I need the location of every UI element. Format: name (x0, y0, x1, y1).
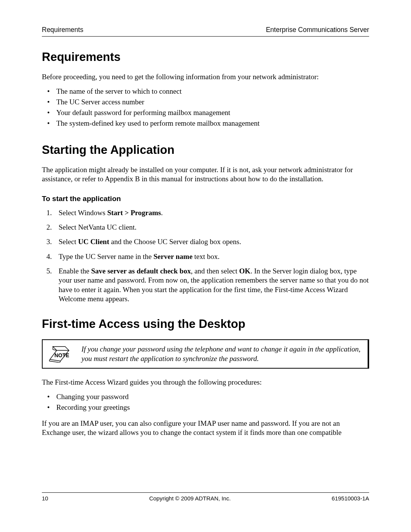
list-item: The name of the server to which to conne… (42, 87, 369, 96)
step-bold: UC Client (78, 238, 109, 246)
header-right: Enterprise Communications Server (266, 26, 369, 34)
page-number: 10 (42, 495, 48, 502)
list-item: Changing your password (42, 392, 369, 401)
first-time-list: Changing your password Recording your gr… (42, 392, 369, 412)
requirements-intro: Before proceeding, you need to get the f… (42, 72, 369, 81)
step-text: , and then select (191, 267, 239, 275)
heading-requirements: Requirements (42, 50, 369, 64)
step-3: Select UC Client and the Choose UC Serve… (42, 237, 369, 246)
page-footer: 10 Copyright © 2009 ADTRAN, Inc. 6195100… (42, 492, 369, 502)
document-page: Requirements Enterprise Communications S… (0, 0, 411, 532)
list-item: Your default password for performing mai… (42, 108, 369, 117)
step-bold: Start > Programs (107, 209, 161, 217)
step-bold: OK (239, 267, 251, 275)
step-text: Enable the (59, 267, 91, 275)
footer-copyright: Copyright © 2009 ADTRAN, Inc. (48, 495, 332, 502)
step-text: Type the UC Server name in the (59, 252, 153, 260)
step-text: Select (59, 238, 78, 246)
list-item: The UC Server access number (42, 97, 369, 107)
step-text: . (161, 209, 163, 217)
step-1: Select Windows Start > Programs. (42, 208, 369, 217)
step-2: Select NetVanta UC client. (42, 223, 369, 232)
step-text: and the Choose UC Server dialog box open… (109, 238, 241, 246)
step-4: Type the UC Server name in the Server na… (42, 252, 369, 261)
running-header: Requirements Enterprise Communications S… (42, 26, 369, 37)
step-text: Select Windows (59, 209, 107, 217)
list-item: The system-defined key used to perform r… (42, 119, 369, 128)
first-time-tail: If you are an IMAP user, you can also co… (42, 419, 369, 438)
list-item: Recording your greetings (42, 403, 369, 412)
footer-docnum: 619510003-1A (332, 495, 369, 502)
note-icon: NOTE (46, 346, 73, 363)
heading-first-time-access: First-time Access using the Desktop (42, 317, 369, 331)
first-time-lead: The First-time Access Wizard guides you … (42, 378, 369, 387)
step-bold: Save server as default check box (91, 267, 191, 275)
start-steps: Select Windows Start > Programs. Select … (42, 208, 369, 304)
subhead-to-start: To start the application (42, 195, 369, 203)
header-left: Requirements (42, 26, 83, 34)
note-label-text: NOTE (54, 352, 69, 358)
note-text: If you change your password using the te… (81, 345, 361, 363)
note-callout: NOTE If you change your password using t… (42, 339, 369, 369)
heading-starting-app: Starting the Application (42, 143, 369, 157)
step-bold: Server name (153, 252, 193, 260)
requirements-list: The name of the server to which to conne… (42, 87, 369, 128)
starting-intro: The application might already be install… (42, 165, 369, 184)
step-5: Enable the Save server as default check … (42, 267, 369, 304)
step-text: text box. (193, 252, 220, 260)
